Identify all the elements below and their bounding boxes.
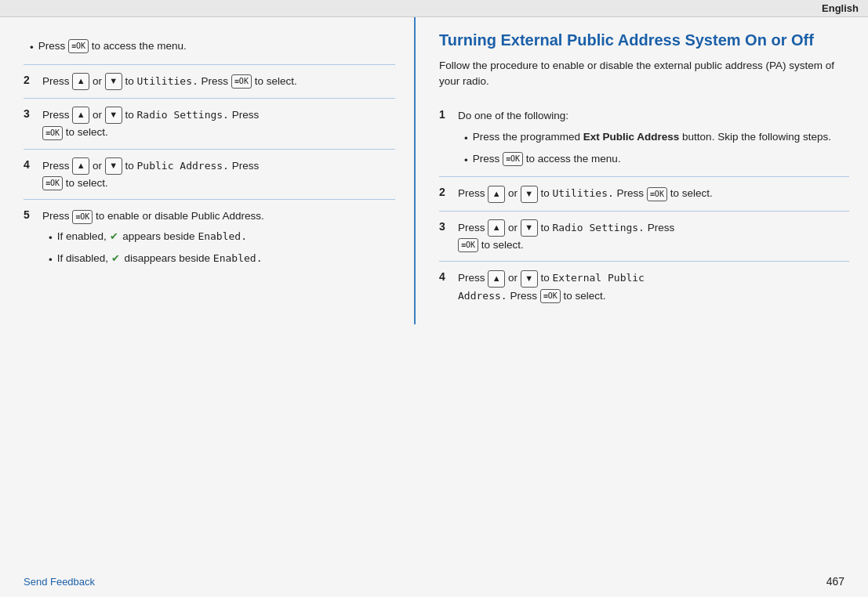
enabled-mono-2: Enabled. [213,252,263,264]
intro-press-label: Press [38,40,66,52]
intro-ok-btn: ≡OK [68,39,89,53]
send-feedback-link[interactable]: Send Feedback [24,576,95,588]
arrow-down-icon-l3: ▼ [105,107,122,124]
right-bullet-dot-1: • [464,130,468,147]
ok-btn-r1: ≡OK [503,152,523,166]
left-step-5-bullet-2: • If disabled, ✔ disappears beside Enabl… [49,250,395,269]
right-step-1-row: 1 Do one of the following: • Press the p… [439,107,849,169]
language-label: English [822,2,859,14]
right-step-2-content: Press ▲ or ▼ to Utilities. Press ≡OK to … [458,185,849,202]
left-step-2-row: 2 Press ▲ or ▼ to Utilities. Press ≡OK t… [24,73,395,90]
arrow-up-icon-l4: ▲ [72,157,89,175]
ok-btn-l2: ≡OK [231,74,252,89]
main-content: • Press ≡OK to access the menu. 2 Press … [0,17,868,324]
left-step-4-content: Press ▲ or ▼ to Public Address. Press ≡O… [42,157,395,192]
left-step-3-num: 3 [24,107,38,120]
ok-btn-r4: ≡OK [540,289,561,303]
right-step-1-bullet-2-text: Press ≡OK to access the menu. [473,150,621,168]
mono-radiosettings-l3: Radio Settings. [137,109,229,121]
right-step-1-num: 1 [439,107,453,121]
left-step-5: 5 Press ≡OK to enable or disable Public … [24,200,395,276]
arrow-down-icon-l2: ▼ [105,73,122,90]
right-step-2-num: 2 [439,185,453,198]
right-step-4-num: 4 [439,270,453,283]
left-step-5-content: Press ≡OK to enable or disable Public Ad… [42,208,395,268]
arrow-down-icon-r4: ▼ [521,270,538,288]
arrow-down-icon-l4: ▼ [105,157,122,175]
right-step-3-content: Press ▲ or ▼ to Radio Settings. Press ≡O… [458,219,849,254]
bullet-dot-2: • [49,251,53,269]
right-step-3: 3 Press ▲ or ▼ to Radio Settings. Press … [439,212,849,262]
right-step-1-bullet-2: • Press ≡OK to access the menu. [464,150,849,169]
right-column: Turning External Public Address System O… [416,17,868,324]
right-intro: Follow the procedure to enable or disabl… [439,58,849,90]
left-column: • Press ≡OK to access the menu. 2 Press … [0,17,416,324]
page-number: 467 [826,575,844,588]
arrow-up-icon-r3: ▲ [488,219,505,237]
left-step-5-bullet-2-text: If disabled, ✔ disappears beside Enabled… [57,250,263,267]
intro-text: Press ≡OK to access the menu. [38,38,187,55]
mono-utilities-l2: Utilities. [137,75,198,87]
left-step-5-num: 5 [24,208,38,221]
right-bullet-dot-2: • [464,152,468,169]
checkmark-2: ✔ [111,252,120,264]
right-step-4-content: Press ▲ or ▼ to External PublicAddress. … [458,270,849,304]
right-step-4-row: 4 Press ▲ or ▼ to External PublicAddress… [439,270,849,304]
right-step-2-row: 2 Press ▲ or ▼ to Utilities. Press ≡OK t… [439,185,849,202]
left-step-5-bullet-1: • If enabled, ✔ appears beside Enabled. [49,228,395,247]
intro-step-body: • Press ≡OK to access the menu. [24,38,395,56]
bullet-dot: • [30,39,34,56]
ok-btn-l4: ≡OK [42,176,63,190]
right-step-1-bullet-1: • Press the programmed Ext Public Addres… [464,128,849,147]
right-title: Turning External Public Address System O… [439,30,849,50]
mono-publicaddress-l4: Public Address. [137,160,229,172]
ok-btn-l3: ≡OK [42,126,63,140]
left-step-3-content: Press ▲ or ▼ to Radio Settings. Press ≡O… [42,107,395,141]
ok-btn-l5: ≡OK [72,210,93,224]
right-step-3-num: 3 [439,219,453,233]
left-step-3: 3 Press ▲ or ▼ to Radio Settings. Press … [24,99,395,150]
left-step-5-bullet-1-text: If enabled, ✔ appears beside Enabled. [57,228,247,245]
footer: Send Feedback 467 [0,575,868,588]
mono-utilities-r2: Utilities. [553,187,614,199]
left-step-5-row: 5 Press ≡OK to enable or disable Public … [24,208,395,268]
checkmark-1: ✔ [110,230,118,242]
mono-radiosettings-r3: Radio Settings. [553,222,645,233]
right-step-1: 1 Do one of the following: • Press the p… [439,100,849,178]
arrow-down-icon-r2: ▼ [521,186,538,203]
bullet-dot-1: • [49,230,53,247]
intro-after-label: to access the menu. [92,40,187,52]
right-step-3-row: 3 Press ▲ or ▼ to Radio Settings. Press … [439,219,849,254]
left-step-4-num: 4 [24,157,38,171]
arrow-up-icon-l2: ▲ [72,73,89,90]
left-step-4: 4 Press ▲ or ▼ to Public Address. Press … [24,150,395,201]
ok-btn-r2: ≡OK [647,187,667,201]
ext-public-address-label: Ext Public Address [583,131,680,143]
right-step-2: 2 Press ▲ or ▼ to Utilities. Press ≡OK t… [439,177,849,211]
left-step-2-content: Press ▲ or ▼ to Utilities. Press ≡OK to … [42,73,395,90]
left-step-3-row: 3 Press ▲ or ▼ to Radio Settings. Press … [24,107,395,141]
arrow-down-icon-r3: ▼ [521,219,538,237]
arrow-up-icon-r2: ▲ [488,186,505,203]
left-step-2-num: 2 [24,73,38,86]
arrow-up-icon-r4: ▲ [488,270,505,288]
right-step-1-content: Do one of the following: • Press the pro… [458,107,849,169]
intro-bullet: • Press ≡OK to access the menu. [30,38,395,56]
left-step-4-row: 4 Press ▲ or ▼ to Public Address. Press … [24,157,395,192]
ok-btn-r3: ≡OK [458,238,478,252]
left-step-2: 2 Press ▲ or ▼ to Utilities. Press ≡OK t… [24,65,395,99]
top-bar: English [0,0,868,17]
right-step-1-bullet-1-text: Press the programmed Ext Public Address … [473,128,831,146]
intro-step: • Press ≡OK to access the menu. [24,30,395,65]
enabled-mono-1: Enabled. [198,230,247,242]
right-step-4: 4 Press ▲ or ▼ to External PublicAddress… [439,262,849,312]
arrow-up-icon-l3: ▲ [72,107,89,124]
